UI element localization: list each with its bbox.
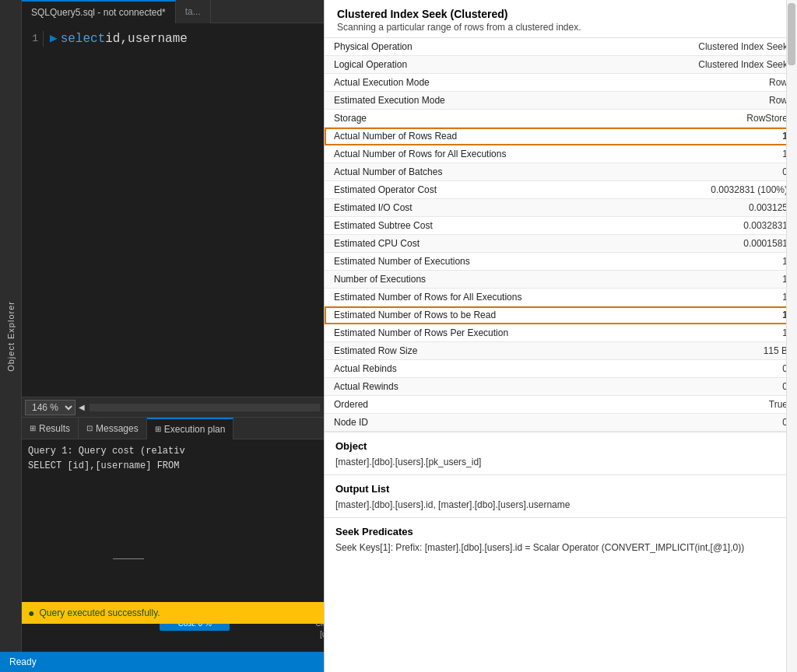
active-tab[interactable]: SQLQuery5.sql - not connected* [22, 0, 176, 23]
ready-text: Ready [9, 656, 37, 667]
prop-value: Row [608, 74, 797, 92]
horizontal-scrollbar[interactable] [90, 404, 320, 411]
prop-title: Clustered Index Seek (Clustered) [337, 8, 785, 20]
prop-value: 0.0032831 (100%) [608, 181, 797, 199]
prop-label: Estimated Subtree Cost [325, 217, 608, 235]
zoom-select[interactable]: 146 % [25, 400, 75, 415]
properties-panel: Clustered Index Seek (Clustered) Scannin… [324, 0, 797, 672]
table-row: Estimated Number of Rows Per Execution1 [325, 324, 797, 342]
execution-plan-tab-label: Execution plan [164, 424, 226, 435]
table-row: Actual Execution ModeRow [325, 74, 797, 92]
seek-section-value: Seek Keys[1]: Prefix: [master].[dbo].[us… [335, 541, 786, 555]
table-row: Estimated Number of Rows for All Executi… [325, 289, 797, 306]
sidebar: Object Explorer [0, 0, 22, 672]
prop-value: 0.003125 [608, 199, 797, 217]
object-section-value: [master].[dbo].[users].[pk_users_id] [335, 455, 786, 470]
object-section: Object [master].[dbo].[users].[pk_users_… [325, 432, 797, 474]
table-row: Actual Number of Rows Read1 [325, 128, 797, 145]
execution-plan-icon: ⊞ [155, 425, 161, 433]
sidebar-label: Object Explorer [6, 301, 16, 372]
table-row: Estimated Operator Cost0.0032831 (100%) [325, 181, 797, 199]
zoom-bar: 146 % ◀ [22, 397, 325, 418]
prop-value: 0 [608, 360, 797, 378]
bottom-panel: 146 % ◀ ⊞ Results ⊡ Messages ⊞ Execution… [22, 397, 325, 646]
table-row: Actual Number of Batches0 [325, 163, 797, 181]
prop-value: 0.0032831 [608, 217, 797, 235]
prop-value: 0 [608, 414, 797, 432]
table-row: OrderedTrue [325, 396, 797, 414]
inactive-tab[interactable]: ta... [176, 0, 211, 23]
prop-label: Estimated Row Size [325, 342, 608, 360]
tab-bar: SQLQuery5.sql - not connected* ta... [22, 0, 325, 23]
prop-label: Physical Operation [325, 38, 608, 56]
prop-value: 1 [608, 306, 797, 324]
prop-label: Actual Rebinds [325, 360, 608, 378]
prop-label: Actual Number of Rows for All Executions [325, 145, 608, 163]
table-row: Estimated Execution ModeRow [325, 92, 797, 110]
prop-label: Estimated CPU Cost [325, 235, 608, 253]
table-row: Number of Executions1 [325, 271, 797, 289]
table-row: Logical OperationClustered Index Seek [325, 56, 797, 74]
scroll-thumb[interactable] [788, 3, 795, 65]
table-row: Actual Number of Rows for All Executions… [325, 145, 797, 163]
prop-label: Estimated Number of Rows to be Read [325, 306, 608, 324]
prop-label: Actual Execution Mode [325, 74, 608, 92]
editor-area: SQLQuery5.sql - not connected* ta... 1 ▶… [22, 0, 325, 397]
code-content: id,username [105, 30, 188, 48]
code-editor[interactable]: 1 ▶ select id,username [22, 23, 325, 54]
prop-label: Estimated Number of Executions [325, 253, 608, 271]
table-row: Actual Rebinds0 [325, 360, 797, 378]
prop-value: 1 [608, 145, 797, 163]
prop-label: Estimated Number of Rows Per Execution [325, 324, 608, 342]
prop-label: Actual Rewinds [325, 378, 608, 396]
execution-plan-tab[interactable]: ⊞ Execution plan [147, 418, 234, 439]
prop-label: Estimated Execution Mode [325, 92, 608, 110]
table-row: Physical OperationClustered Index Seek [325, 38, 797, 56]
prop-label: Node ID [325, 414, 608, 432]
prop-value: Row [608, 92, 797, 110]
prop-table: Physical OperationClustered Index SeekLo… [325, 38, 797, 432]
messages-tab[interactable]: ⊡ Messages [79, 418, 147, 439]
scroll-track[interactable] [786, 0, 797, 672]
table-row: Estimated I/O Cost0.003125 [325, 199, 797, 217]
prop-value: RowStore [608, 110, 797, 128]
messages-icon: ⊡ [86, 424, 93, 432]
prop-value: 115 B [608, 342, 797, 360]
prop-value: 1 [608, 289, 797, 306]
prop-value: 1 [608, 128, 797, 145]
prop-value: 1 [608, 253, 797, 271]
status-icon: ● [28, 607, 34, 619]
results-icon: ⊞ [30, 424, 36, 432]
prop-value: 1 [608, 271, 797, 289]
connector-line [113, 558, 144, 559]
output-section-title: Output List [335, 483, 786, 495]
table-row: Estimated Number of Rows to be Read1 [325, 306, 797, 324]
seek-section-title: Seek Predicates [335, 526, 786, 537]
zoom-arrow-left[interactable]: ◀ [79, 403, 85, 411]
keyword-select: select [61, 30, 106, 48]
code-line-1: 1 ▶ select id,username [28, 30, 321, 48]
line-number-1: 1 [28, 31, 44, 47]
object-section-title: Object [335, 440, 786, 452]
prop-value: Clustered Index Seek [608, 56, 797, 74]
prop-label: Estimated Operator Cost [325, 181, 608, 199]
output-section-value: [master].[dbo].[users].id, [master].[dbo… [335, 498, 786, 513]
seek-section: Seek Predicates Seek Keys[1]: Prefix: [m… [325, 518, 797, 560]
table-row: Node ID0 [325, 414, 797, 432]
status-bar: ● Query executed successfully. [22, 602, 325, 624]
messages-tab-label: Messages [96, 423, 139, 434]
prop-label: Actual Number of Rows Read [325, 128, 608, 145]
prop-label: Estimated Number of Rows for All Executi… [325, 289, 608, 306]
table-row: StorageRowStore [325, 110, 797, 128]
execution-plan-diagram: ↓ SELECT Cost: 0 % ⊞ Clustered Index See… [22, 467, 325, 623]
prop-label: Ordered [325, 396, 608, 414]
table-row: Estimated Row Size115 B [325, 342, 797, 360]
bottom-tab-bar: ⊞ Results ⊡ Messages ⊞ Execution plan [22, 418, 325, 439]
prop-label: Number of Executions [325, 271, 608, 289]
output-section: Output List [master].[dbo].[users].id, [… [325, 475, 797, 517]
prop-value: 0 [608, 378, 797, 396]
inactive-tab-label: ta... [185, 6, 201, 17]
prop-label: Actual Number of Batches [325, 163, 608, 181]
results-tab[interactable]: ⊞ Results [22, 418, 79, 439]
prop-value: 0.0001581 [608, 235, 797, 253]
